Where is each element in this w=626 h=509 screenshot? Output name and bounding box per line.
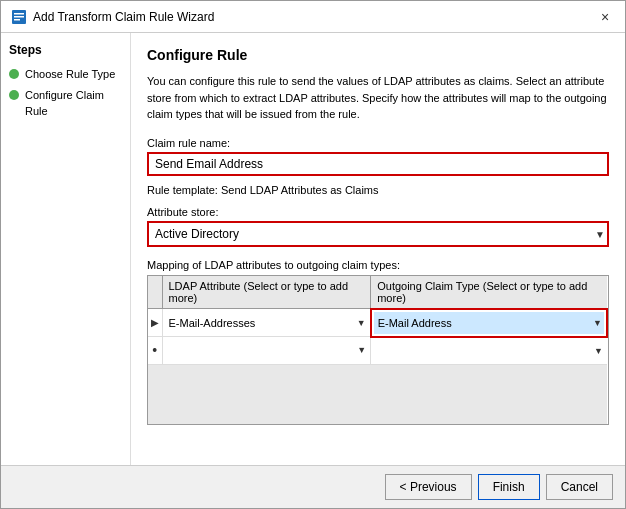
ldap-cell-2: ▼ [162,337,371,365]
outgoing-cell-1: E-Mail Address ▼ [371,309,607,337]
table-row: • ▼ [148,337,607,365]
outgoing-select-wrapper-2: ▼ [373,340,605,362]
sidebar-item-configure-claim-rule[interactable]: Configure Claim Rule [9,88,122,119]
th-ldap: LDAP Attribute (Select or type to add mo… [162,276,371,309]
page-title: Configure Rule [147,47,609,63]
sidebar-title: Steps [9,43,122,57]
ldap-select-wrapper-1: E-Mail-Addresses ▼ [165,312,368,334]
mapping-table: LDAP Attribute (Select or type to add mo… [148,276,608,425]
row-arrow-1: ▶ [148,309,162,337]
claim-rule-name-input[interactable] [147,152,609,176]
attribute-store-select[interactable]: Active Directory [147,221,609,247]
empty-area [148,364,607,424]
ldap-cell-1: E-Mail-Addresses ▼ [162,309,371,337]
window-body: Steps Choose Rule Type Configure Claim R… [1,33,625,465]
wizard-icon [11,9,27,25]
row-dot-2: • [148,337,162,365]
sidebar: Steps Choose Rule Type Configure Claim R… [1,33,131,465]
attribute-store-label: Attribute store: [147,206,609,218]
table-row: ▶ E-Mail-Addresses ▼ [148,309,607,337]
outgoing-select-wrapper-1: E-Mail Address ▼ [374,312,604,334]
close-button[interactable]: × [595,7,615,27]
outgoing-cell-2: ▼ [371,337,607,365]
attribute-store-wrapper: Active Directory ▼ [147,221,609,247]
svg-rect-2 [14,16,24,18]
cancel-button[interactable]: Cancel [546,474,613,500]
main-content: Configure Rule You can configure this ru… [131,33,625,465]
step-indicator-1 [9,69,19,79]
main-window: Add Transform Claim Rule Wizard × Steps … [0,0,626,509]
ldap-select-wrapper-2: ▼ [165,339,369,361]
ldap-attribute-select-1[interactable]: E-Mail-Addresses [165,312,368,334]
sidebar-item-label-1: Choose Rule Type [25,67,115,82]
th-arrow [148,276,162,309]
rule-template-text: Rule template: Send LDAP Attributes as C… [147,184,609,196]
claim-rule-name-label: Claim rule name: [147,137,609,149]
ldap-attribute-select-2[interactable] [165,339,369,361]
sidebar-item-choose-rule-type[interactable]: Choose Rule Type [9,67,122,82]
title-bar-left: Add Transform Claim Rule Wizard [11,9,214,25]
outgoing-claim-select-1[interactable]: E-Mail Address [374,312,604,334]
footer: < Previous Finish Cancel [1,465,625,508]
description-text: You can configure this rule to send the … [147,73,609,123]
mapping-label: Mapping of LDAP attributes to outgoing c… [147,259,609,271]
previous-button[interactable]: < Previous [385,474,472,500]
step-indicator-2 [9,90,19,100]
outgoing-claim-select-2[interactable] [373,340,605,362]
title-bar: Add Transform Claim Rule Wizard × [1,1,625,33]
empty-area-row [148,364,607,424]
table-header-row: LDAP Attribute (Select or type to add mo… [148,276,607,309]
sidebar-item-label-2: Configure Claim Rule [25,88,122,119]
title-bar-text: Add Transform Claim Rule Wizard [33,10,214,24]
svg-rect-1 [14,13,24,15]
mapping-table-container: LDAP Attribute (Select or type to add mo… [147,275,609,426]
finish-button[interactable]: Finish [478,474,540,500]
svg-rect-3 [14,19,20,21]
th-outgoing: Outgoing Claim Type (Select or type to a… [371,276,607,309]
